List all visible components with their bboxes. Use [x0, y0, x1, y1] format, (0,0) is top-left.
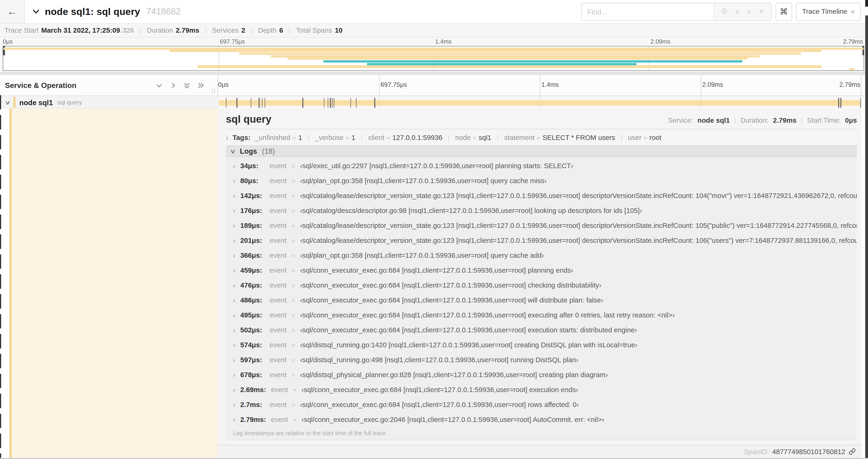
log-marker	[840, 97, 841, 107]
right-scrollbar[interactable]	[865, 15, 868, 459]
log-entry-row[interactable]: ›201μs:event=‹sql/catalog/lease/descript…	[226, 233, 857, 248]
minimap-scrubber-right[interactable]	[862, 46, 864, 55]
tag-item[interactable]: _unfinished=1	[255, 134, 302, 141]
log-field-key: event	[271, 386, 288, 393]
log-entry-row[interactable]: ›2.79ms:event=‹sql/conn_executor_exec.go…	[226, 412, 857, 427]
log-field-value: ‹sql/exec_util.go:2297 [nsql1,client=127…	[300, 162, 573, 170]
log-field-key: event	[270, 236, 286, 244]
log-entry-row[interactable]: ›366μs:event=‹sql/plan_opt.go:358 [nsql1…	[226, 248, 857, 263]
trace-collapse-chevron-icon[interactable]	[32, 8, 40, 15]
tags-accordion[interactable]: › Tags: _unfinished=1|_verbose=1|client=…	[226, 134, 857, 141]
log-field-value: ‹sql/conn_executor_exec.go:684 [nsql1,cl…	[300, 311, 675, 319]
minimap-scrubber-left[interactable]	[3, 46, 5, 55]
prev-match-icon[interactable]: ∧	[735, 8, 740, 15]
collapse-all-icon[interactable]	[156, 81, 163, 89]
tag-item[interactable]: statement=SELECT * FROM users	[504, 134, 615, 141]
command-icon: ⌘	[780, 6, 788, 17]
log-field-key: event	[270, 192, 286, 199]
back-button[interactable]: ←	[0, 0, 25, 23]
tag-item[interactable]: client=127.0.0.1:59936	[368, 134, 442, 141]
right-screen-edge-top	[865, 0, 868, 6]
log-field-value: ‹sql/catalog/lease/descriptor_version_st…	[300, 236, 857, 244]
top-bar: ← node sql1: sql query 7418682 ∧ ∨ ✕	[0, 0, 868, 23]
log-entry-row[interactable]: ›142μs:event=‹sql/catalog/lease/descript…	[226, 188, 857, 203]
log-equals: =	[291, 327, 295, 333]
log-entry-row[interactable]: ›80μs:event=‹sql/plan_opt.go:358 [nsql1,…	[226, 173, 857, 188]
log-field-key: event	[270, 326, 286, 334]
log-entry-row[interactable]: ›597μs:event=‹sql/distsql_running.go:498…	[226, 352, 857, 367]
log-equals: =	[291, 192, 295, 199]
log-entry-row[interactable]: ›189μs:event=‹sql/catalog/lease/descript…	[226, 218, 857, 233]
clear-search-icon[interactable]: ✕	[758, 8, 764, 15]
trace-id: 7418682	[146, 6, 181, 17]
view-selector-dropdown[interactable]: Trace Timeline ∨	[796, 3, 861, 21]
log-entry-row[interactable]: ›495μs:event=‹sql/conn_executor_exec.go:…	[226, 307, 857, 322]
focus-match-icon[interactable]	[721, 7, 728, 16]
tag-item[interactable]: user=root	[628, 134, 661, 141]
log-chevron-right-icon: ›	[233, 222, 235, 229]
log-marker	[374, 97, 375, 107]
log-marker	[226, 97, 226, 107]
log-chevron-right-icon: ›	[233, 281, 235, 289]
log-entry-row[interactable]: ›486μs:event=‹sql/conn_executor_exec.go:…	[226, 292, 857, 307]
log-chevron-right-icon: ›	[233, 252, 235, 259]
log-equals: =	[293, 386, 296, 393]
log-entry-row[interactable]: ›2.7ms:event=‹sql/conn_executor_exec.go:…	[226, 397, 857, 412]
span-row-label[interactable]: ∨ node sql1 sql query	[0, 97, 218, 108]
log-marker	[328, 97, 329, 107]
log-timestamp: 176μs:	[240, 207, 265, 214]
back-arrow-icon: ←	[7, 6, 17, 18]
log-timestamp: 201μs:	[240, 236, 265, 244]
find-input[interactable]	[582, 3, 714, 20]
tag-item[interactable]: node=sql1	[455, 134, 491, 141]
log-field-value: ‹sql/conn_executor_exec.go:684 [nsql1,cl…	[302, 386, 578, 393]
log-field-key: event	[270, 341, 286, 349]
column-resize-grip[interactable]	[212, 88, 215, 93]
log-equals: =	[291, 177, 295, 184]
time-tick-label: 2.79ms	[839, 81, 860, 88]
span-collapse-chevron-icon[interactable]: ∨	[4, 99, 10, 105]
chevron-down-icon: ∨	[850, 9, 856, 14]
collapse-one-icon[interactable]	[169, 81, 177, 89]
log-marker	[838, 97, 839, 107]
logs-header[interactable]: ∨ Logs (18)	[226, 145, 857, 157]
screen: ← node sql1: sql query 7418682 ∧ ∨ ✕	[0, 0, 868, 459]
duration-value: 2.79ms	[773, 117, 797, 124]
deep-link-icon[interactable]	[849, 448, 856, 455]
log-equals: =	[291, 222, 295, 229]
log-equals: =	[291, 356, 295, 363]
section-divider[interactable]	[0, 72, 868, 75]
duration-meta: Duration 2.79ms	[147, 27, 199, 34]
log-equals: =	[291, 237, 295, 243]
log-entry-row[interactable]: ›176μs:event=‹sql/catalog/descs/descript…	[226, 203, 857, 218]
logs-list: ›34μs:event=‹sql/exec_util.go:2297 [nsql…	[226, 157, 857, 427]
log-entry-row[interactable]: ›502μs:event=‹sql/conn_executor_exec.go:…	[226, 322, 857, 337]
keyboard-shortcuts-button[interactable]: ⌘	[776, 3, 792, 21]
log-field-value: ‹sql/catalog/lease/descriptor_version_st…	[300, 222, 857, 229]
tag-item[interactable]: _verbose=1	[315, 134, 355, 141]
log-marker	[259, 97, 259, 107]
expand-one-icon[interactable]	[197, 81, 205, 89]
log-entry-row[interactable]: ›678μs:event=‹sql/distsql_physical_plann…	[226, 367, 857, 382]
timeline-ruler: 0μs697.75μs1.4ms2.09ms2.79ms	[218, 75, 862, 96]
log-field-key: event	[270, 281, 286, 289]
log-entry-row[interactable]: ›459μs:event=‹sql/conn_executor_exec.go:…	[226, 263, 857, 277]
minimap-span	[169, 50, 822, 52]
log-timestamp: 597μs:	[240, 356, 265, 364]
log-entry-row[interactable]: ›2.69ms:event=‹sql/conn_executor_exec.go…	[226, 382, 857, 397]
next-match-icon[interactable]: ∨	[747, 8, 752, 15]
tags-label: Tags:	[232, 134, 250, 141]
log-entry-row[interactable]: ›34μs:event=‹sql/exec_util.go:2297 [nsql…	[226, 158, 857, 173]
expand-all-icon[interactable]	[183, 81, 190, 89]
span-service-name: node sql1	[19, 98, 53, 107]
log-timestamp: 502μs:	[240, 326, 265, 334]
time-tick-label: 1.4ms	[541, 81, 559, 88]
log-field-key: event	[270, 222, 286, 229]
minimap-canvas[interactable]	[3, 46, 864, 71]
log-equals: =	[291, 267, 295, 273]
log-marker	[302, 97, 303, 107]
log-entry-row[interactable]: ›574μs:event=‹sql/distsql_running.go:142…	[226, 337, 857, 352]
log-equals: =	[291, 162, 295, 169]
log-entry-row[interactable]: ›476μs:event=‹sql/conn_executor_exec.go:…	[226, 277, 857, 292]
log-field-key: event	[270, 296, 286, 304]
